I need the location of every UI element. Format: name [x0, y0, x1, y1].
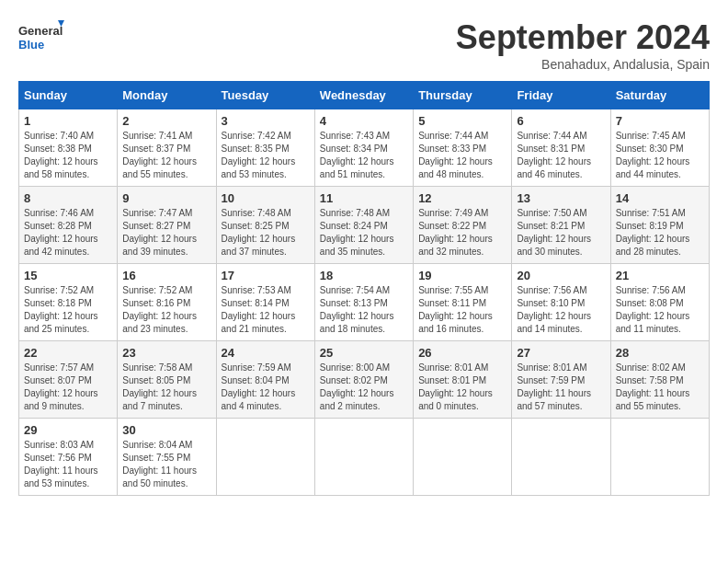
calendar-cell: 20Sunrise: 7:56 AM Sunset: 8:10 PM Dayli… [512, 264, 610, 341]
day-info: Sunrise: 8:04 AM Sunset: 7:55 PM Dayligh… [122, 439, 210, 490]
calendar-cell: 16Sunrise: 7:52 AM Sunset: 8:16 PM Dayli… [118, 264, 216, 341]
day-info: Sunrise: 7:59 AM Sunset: 8:04 PM Dayligh… [222, 362, 310, 413]
day-info: Sunrise: 8:03 AM Sunset: 7:56 PM Dayligh… [24, 439, 112, 490]
calendar-cell: 19Sunrise: 7:55 AM Sunset: 8:11 PM Dayli… [414, 264, 512, 341]
day-info: Sunrise: 7:54 AM Sunset: 8:13 PM Dayligh… [320, 284, 408, 336]
day-number: 12 [418, 191, 506, 205]
week-row-3: 15Sunrise: 7:52 AM Sunset: 8:18 PM Dayli… [19, 264, 710, 341]
logo: General Blue [18, 18, 64, 60]
day-number: 30 [122, 423, 210, 437]
calendar-cell: 3Sunrise: 7:42 AM Sunset: 8:35 PM Daylig… [216, 109, 314, 187]
day-info: Sunrise: 7:58 AM Sunset: 8:05 PM Dayligh… [122, 362, 210, 413]
day-number: 20 [517, 269, 605, 282]
calendar-cell: 7Sunrise: 7:45 AM Sunset: 8:30 PM Daylig… [610, 109, 709, 187]
day-info: Sunrise: 7:44 AM Sunset: 8:31 PM Dayligh… [517, 130, 605, 181]
header: General Blue September 2024 Benahadux, A… [18, 18, 710, 72]
day-number: 19 [418, 269, 506, 282]
day-number: 1 [24, 114, 112, 128]
day-number: 4 [320, 114, 408, 128]
day-number: 23 [122, 346, 210, 360]
week-row-1: 1Sunrise: 7:40 AM Sunset: 8:38 PM Daylig… [19, 109, 710, 187]
week-row-4: 22Sunrise: 7:57 AM Sunset: 8:07 PM Dayli… [19, 341, 710, 419]
day-number: 18 [320, 269, 408, 282]
calendar-cell: 27Sunrise: 8:01 AM Sunset: 7:59 PM Dayli… [512, 341, 610, 419]
day-number: 11 [320, 191, 408, 205]
week-row-2: 8Sunrise: 7:46 AM Sunset: 8:28 PM Daylig… [19, 187, 710, 264]
calendar-cell [216, 419, 314, 496]
day-info: Sunrise: 7:45 AM Sunset: 8:30 PM Dayligh… [616, 130, 704, 181]
calendar-cell: 5Sunrise: 7:44 AM Sunset: 8:33 PM Daylig… [414, 109, 512, 187]
calendar-cell [610, 419, 709, 496]
calendar-cell: 14Sunrise: 7:51 AM Sunset: 8:19 PM Dayli… [610, 187, 709, 264]
calendar-cell: 21Sunrise: 7:56 AM Sunset: 8:08 PM Dayli… [610, 264, 709, 341]
day-number: 14 [616, 191, 704, 205]
month-title: September 2024 [456, 18, 710, 57]
day-number: 17 [222, 269, 310, 282]
day-number: 15 [24, 269, 112, 282]
day-header-saturday: Saturday [610, 82, 709, 109]
day-info: Sunrise: 7:43 AM Sunset: 8:34 PM Dayligh… [320, 130, 408, 181]
calendar-cell [512, 419, 610, 496]
day-info: Sunrise: 7:57 AM Sunset: 8:07 PM Dayligh… [24, 362, 112, 413]
day-number: 21 [616, 269, 704, 282]
day-number: 6 [517, 114, 605, 128]
day-info: Sunrise: 8:00 AM Sunset: 8:02 PM Dayligh… [320, 362, 408, 413]
day-info: Sunrise: 7:53 AM Sunset: 8:14 PM Dayligh… [222, 284, 310, 336]
day-info: Sunrise: 7:44 AM Sunset: 8:33 PM Dayligh… [418, 130, 506, 181]
day-info: Sunrise: 7:47 AM Sunset: 8:27 PM Dayligh… [122, 207, 210, 259]
week-row-5: 29Sunrise: 8:03 AM Sunset: 7:56 PM Dayli… [19, 419, 710, 496]
calendar-cell: 12Sunrise: 7:49 AM Sunset: 8:22 PM Dayli… [414, 187, 512, 264]
day-info: Sunrise: 7:40 AM Sunset: 8:38 PM Dayligh… [24, 130, 112, 181]
calendar-cell: 11Sunrise: 7:48 AM Sunset: 8:24 PM Dayli… [314, 187, 413, 264]
calendar-cell [314, 419, 413, 496]
calendar-cell: 18Sunrise: 7:54 AM Sunset: 8:13 PM Dayli… [314, 264, 413, 341]
day-header-monday: Monday [118, 82, 216, 109]
day-number: 29 [24, 423, 112, 437]
calendar-cell: 29Sunrise: 8:03 AM Sunset: 7:56 PM Dayli… [19, 419, 118, 496]
header-row: SundayMondayTuesdayWednesdayThursdayFrid… [19, 82, 710, 109]
calendar-cell: 23Sunrise: 7:58 AM Sunset: 8:05 PM Dayli… [118, 341, 216, 419]
location-subtitle: Benahadux, Andalusia, Spain [456, 57, 710, 72]
calendar-cell: 10Sunrise: 7:48 AM Sunset: 8:25 PM Dayli… [216, 187, 314, 264]
day-number: 26 [418, 346, 506, 360]
day-number: 10 [222, 191, 310, 205]
day-number: 3 [222, 114, 310, 128]
day-info: Sunrise: 7:46 AM Sunset: 8:28 PM Dayligh… [24, 207, 112, 259]
day-info: Sunrise: 7:56 AM Sunset: 8:08 PM Dayligh… [616, 284, 704, 336]
day-info: Sunrise: 7:56 AM Sunset: 8:10 PM Dayligh… [517, 284, 605, 336]
day-info: Sunrise: 7:49 AM Sunset: 8:22 PM Dayligh… [418, 207, 506, 259]
day-number: 25 [320, 346, 408, 360]
day-number: 2 [122, 114, 210, 128]
title-area: September 2024 Benahadux, Andalusia, Spa… [456, 18, 710, 72]
day-info: Sunrise: 7:41 AM Sunset: 8:37 PM Dayligh… [122, 130, 210, 181]
calendar-cell: 15Sunrise: 7:52 AM Sunset: 8:18 PM Dayli… [19, 264, 118, 341]
calendar-cell [414, 419, 512, 496]
calendar-cell: 17Sunrise: 7:53 AM Sunset: 8:14 PM Dayli… [216, 264, 314, 341]
calendar-cell: 9Sunrise: 7:47 AM Sunset: 8:27 PM Daylig… [118, 187, 216, 264]
day-info: Sunrise: 7:42 AM Sunset: 8:35 PM Dayligh… [222, 130, 310, 181]
day-number: 5 [418, 114, 506, 128]
calendar-cell: 2Sunrise: 7:41 AM Sunset: 8:37 PM Daylig… [118, 109, 216, 187]
calendar-cell: 28Sunrise: 8:02 AM Sunset: 7:58 PM Dayli… [610, 341, 709, 419]
day-number: 7 [616, 114, 704, 128]
day-number: 9 [122, 191, 210, 205]
day-number: 8 [24, 191, 112, 205]
day-header-tuesday: Tuesday [216, 82, 314, 109]
day-header-sunday: Sunday [19, 82, 118, 109]
calendar-cell: 1Sunrise: 7:40 AM Sunset: 8:38 PM Daylig… [19, 109, 118, 187]
day-info: Sunrise: 7:52 AM Sunset: 8:18 PM Dayligh… [24, 284, 112, 336]
calendar-cell: 25Sunrise: 8:00 AM Sunset: 8:02 PM Dayli… [314, 341, 413, 419]
calendar-table: SundayMondayTuesdayWednesdayThursdayFrid… [18, 81, 710, 496]
day-number: 28 [616, 346, 704, 360]
calendar-cell: 22Sunrise: 7:57 AM Sunset: 8:07 PM Dayli… [19, 341, 118, 419]
calendar-cell: 30Sunrise: 8:04 AM Sunset: 7:55 PM Dayli… [118, 419, 216, 496]
day-info: Sunrise: 7:48 AM Sunset: 8:24 PM Dayligh… [320, 207, 408, 259]
day-number: 22 [24, 346, 112, 360]
day-info: Sunrise: 7:48 AM Sunset: 8:25 PM Dayligh… [222, 207, 310, 259]
logo-svg: General Blue [18, 18, 64, 60]
day-header-wednesday: Wednesday [314, 82, 413, 109]
day-info: Sunrise: 8:02 AM Sunset: 7:58 PM Dayligh… [616, 362, 704, 413]
svg-text:General: General [18, 24, 63, 38]
day-info: Sunrise: 7:52 AM Sunset: 8:16 PM Dayligh… [122, 284, 210, 336]
svg-text:Blue: Blue [18, 38, 44, 52]
